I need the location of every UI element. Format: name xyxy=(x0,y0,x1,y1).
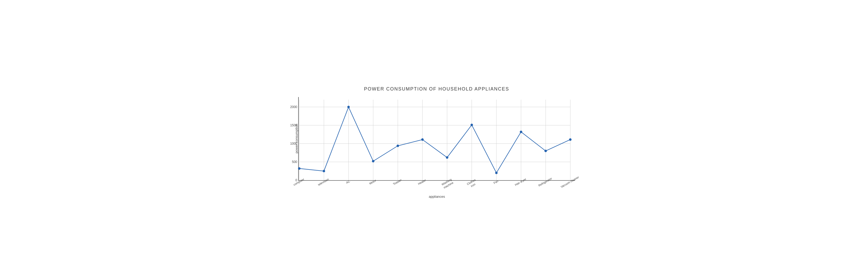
svg-point-22 xyxy=(298,167,300,169)
x-axis-label: appliances xyxy=(429,195,445,198)
svg-text:Clothesiron: Clothesiron xyxy=(466,178,478,189)
chart-area: power consumption appliances 05001000150… xyxy=(298,97,575,181)
svg-point-29 xyxy=(471,124,473,126)
svg-point-26 xyxy=(397,145,399,147)
svg-point-25 xyxy=(372,160,374,162)
chart-container: POWER CONSUMPTION OF HOUSEHOLD APPLIANCE… xyxy=(277,76,591,201)
svg-text:Heater: Heater xyxy=(417,178,427,185)
svg-text:computer: computer xyxy=(293,177,305,186)
svg-point-24 xyxy=(347,106,350,108)
svg-text:Washingmachine: Washingmachine xyxy=(441,177,454,189)
svg-text:Toaster: Toaster xyxy=(393,178,402,186)
svg-text:500: 500 xyxy=(292,160,297,164)
svg-text:1000: 1000 xyxy=(290,142,297,145)
line-chart-svg: 0500100015002000computertelevisionACMoto… xyxy=(299,97,575,180)
svg-text:1500: 1500 xyxy=(290,123,297,127)
svg-text:Refrigerator: Refrigerator xyxy=(538,176,553,187)
svg-point-28 xyxy=(446,157,448,159)
svg-text:Vacuum cleaner: Vacuum cleaner xyxy=(560,175,580,188)
svg-text:Hair dryer: Hair dryer xyxy=(514,177,527,187)
svg-point-31 xyxy=(520,131,522,133)
svg-point-32 xyxy=(545,150,547,152)
svg-text:2000: 2000 xyxy=(290,105,297,109)
y-axis-label: power consumption xyxy=(294,124,299,153)
svg-text:Motor: Motor xyxy=(369,179,377,185)
svg-point-27 xyxy=(422,138,424,140)
svg-point-30 xyxy=(495,172,497,174)
svg-text:television: television xyxy=(317,177,330,186)
chart-title: POWER CONSUMPTION OF HOUSEHOLD APPLIANCE… xyxy=(298,86,575,92)
svg-point-33 xyxy=(569,138,571,140)
svg-point-23 xyxy=(323,170,325,172)
